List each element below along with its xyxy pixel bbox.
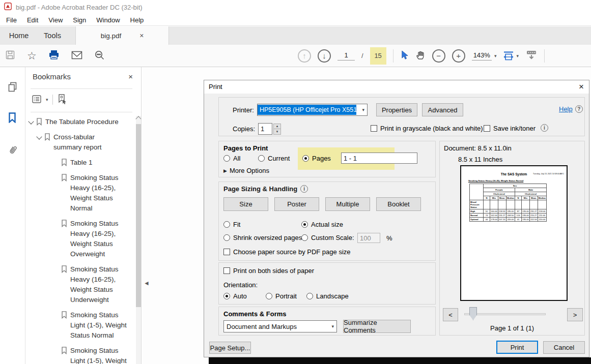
more-options-expander-icon[interactable]: ▶	[223, 168, 227, 173]
bookmark-icon	[61, 346, 68, 356]
bookmarks-panel-icon[interactable]	[7, 112, 17, 125]
page-thumbnails-icon[interactable]	[7, 81, 18, 94]
menu-sign[interactable]: Sign	[68, 15, 91, 25]
preview-table-cell: N	[515, 196, 522, 200]
menu-edit[interactable]: Edit	[22, 15, 43, 25]
help-link[interactable]: Help	[559, 105, 573, 113]
orientation-landscape-radio[interactable]	[306, 293, 313, 299]
tab-tools[interactable]: Tools	[38, 26, 67, 45]
hand-tool-icon[interactable]	[415, 50, 426, 62]
stepper-down-icon[interactable]: ▼	[273, 129, 281, 135]
panel-collapse-icon[interactable]: ◄	[144, 280, 150, 287]
preview-page-info: Page 1 of 1 (1)	[440, 324, 584, 332]
search-tools-icon[interactable]	[94, 50, 105, 62]
tab-document[interactable]: big.pdf ×	[75, 26, 169, 45]
bookmark-item[interactable]: Smoking Status Light (1-5), Weight Statu…	[25, 310, 131, 341]
bookmark-label[interactable]: Table 1	[70, 158, 93, 168]
bookmark-item[interactable]: Cross-tabular summary report	[25, 132, 131, 153]
star-icon[interactable]: ☆	[27, 51, 37, 61]
current-page-radio[interactable]	[258, 155, 265, 162]
bookmark-label[interactable]: Smoking Status Light (1-5), Weight Statu…	[70, 346, 131, 364]
size-mode-button[interactable]: Size	[223, 197, 268, 211]
toolbar-panel-toggle-icon[interactable]	[525, 50, 538, 62]
advanced-button[interactable]: Advanced	[422, 103, 463, 116]
copies-stepper[interactable]: ▲ ▼	[273, 124, 281, 135]
attachments-icon[interactable]	[7, 144, 18, 157]
bookmark-options-caret-icon[interactable]: ▾	[46, 97, 48, 102]
next-page-icon[interactable]: ↓	[318, 49, 331, 63]
print-icon[interactable]	[48, 50, 60, 62]
booklet-mode-button[interactable]: Booklet	[376, 197, 421, 211]
bookmark-options-icon[interactable]	[32, 94, 42, 106]
bookmark-label[interactable]: Smoking Status Light (1-5), Weight Statu…	[70, 310, 131, 341]
shrink-radio[interactable]	[223, 234, 230, 241]
cancel-button[interactable]: Cancel	[543, 341, 585, 354]
custom-scale-radio[interactable]	[301, 234, 308, 241]
bookmark-label[interactable]: Smoking Status Heavy (16-25), Weight Sta…	[70, 173, 131, 214]
bookmark-label[interactable]: Cross-tabular summary report	[53, 132, 111, 153]
duplex-checkbox[interactable]	[223, 267, 230, 274]
tab-close-icon[interactable]: ×	[139, 32, 144, 40]
orientation-auto-radio[interactable]	[223, 293, 230, 299]
copies-input[interactable]	[258, 123, 272, 135]
fit-radio[interactable]	[223, 221, 230, 228]
fit-width-caret-icon[interactable]: ▾	[516, 53, 519, 58]
zoom-out-icon[interactable]: −	[432, 49, 445, 63]
summarize-comments-button[interactable]: Summarize Comments	[343, 320, 411, 333]
page-setup-button[interactable]: Page Setup...	[209, 342, 251, 354]
more-options-label[interactable]: More Options	[230, 167, 269, 174]
preview-slider-thumb[interactable]	[469, 307, 477, 320]
page-number-input[interactable]: 1	[337, 51, 355, 60]
printer-select[interactable]: HP5E905B (HP Officejet Pro X551dw Printe…	[257, 104, 368, 116]
bookmark-item[interactable]: Smoking Status Heavy (16-25), Weight Sta…	[25, 219, 131, 259]
actual-size-radio[interactable]	[301, 221, 308, 228]
orientation-portrait-radio[interactable]	[266, 293, 272, 299]
comments-forms-select[interactable]: Document and Markups ▾	[223, 320, 337, 332]
menu-file[interactable]: File	[1, 15, 22, 25]
zoom-in-icon[interactable]: +	[452, 49, 465, 63]
multiple-mode-button[interactable]: Multiple	[325, 197, 370, 211]
poster-mode-button[interactable]: Poster	[274, 197, 319, 211]
chevron-down-icon[interactable]	[36, 134, 42, 139]
zoom-level-control[interactable]: 143% ▾	[472, 51, 497, 60]
help-icon[interactable]: ?	[575, 105, 583, 113]
save-ink-info-icon[interactable]: i	[541, 124, 548, 132]
bookmark-item[interactable]: Smoking Status Heavy (16-25), Weight Sta…	[25, 264, 131, 305]
tab-home[interactable]: Home	[4, 26, 34, 45]
bookmarks-scrollbar-thumb[interactable]	[136, 124, 141, 307]
save-ink-checkbox[interactable]	[484, 125, 490, 132]
select-tool-icon[interactable]	[400, 50, 409, 62]
chevron-down-icon[interactable]	[28, 118, 34, 124]
paper-source-checkbox[interactable]	[223, 249, 230, 255]
menu-help[interactable]: Help	[125, 15, 149, 25]
stepper-up-icon[interactable]: ▲	[273, 124, 281, 129]
bookmark-label[interactable]: Smoking Status Heavy (16-25), Weight Sta…	[70, 264, 131, 305]
preview-prev-button[interactable]: <	[443, 308, 458, 321]
menu-view[interactable]: View	[43, 15, 68, 25]
bookmark-item[interactable]: Smoking Status Light (1-5), Weight Statu…	[25, 346, 131, 364]
fit-width-control[interactable]: ▾	[503, 51, 519, 61]
bookmark-item[interactable]: Smoking Status Heavy (16-25), Weight Sta…	[25, 173, 131, 214]
save-icon[interactable]	[5, 50, 15, 62]
bookmark-label[interactable]: Smoking Status Heavy (16-25), Weight Sta…	[70, 219, 131, 259]
pages-radio[interactable]	[302, 155, 309, 162]
preview-next-button[interactable]: >	[567, 308, 583, 321]
bookmarks-close-icon[interactable]: ×	[128, 72, 133, 81]
custom-scale-input[interactable]	[357, 233, 380, 243]
previous-page-icon[interactable]: ↑	[298, 49, 311, 63]
bookmark-label[interactable]: The Tabulate Procedure	[45, 117, 119, 127]
email-icon[interactable]	[71, 51, 82, 61]
bookmark-item[interactable]: Table 1	[25, 158, 131, 168]
zoom-caret-icon[interactable]: ▾	[494, 53, 497, 58]
print-button[interactable]: Print	[496, 341, 538, 354]
grayscale-checkbox[interactable]	[371, 125, 377, 132]
zoom-level-value[interactable]: 143%	[472, 51, 492, 60]
all-pages-radio[interactable]	[223, 155, 230, 162]
page-sizing-info-icon[interactable]: i	[300, 185, 308, 193]
new-bookmark-icon[interactable]	[57, 94, 67, 106]
menu-window[interactable]: Window	[91, 15, 125, 25]
properties-button[interactable]: Properties	[376, 103, 417, 116]
print-dialog-close-icon[interactable]: ×	[579, 82, 584, 92]
bookmark-item[interactable]: The Tabulate Procedure	[25, 117, 131, 127]
pages-range-input[interactable]	[341, 153, 417, 164]
